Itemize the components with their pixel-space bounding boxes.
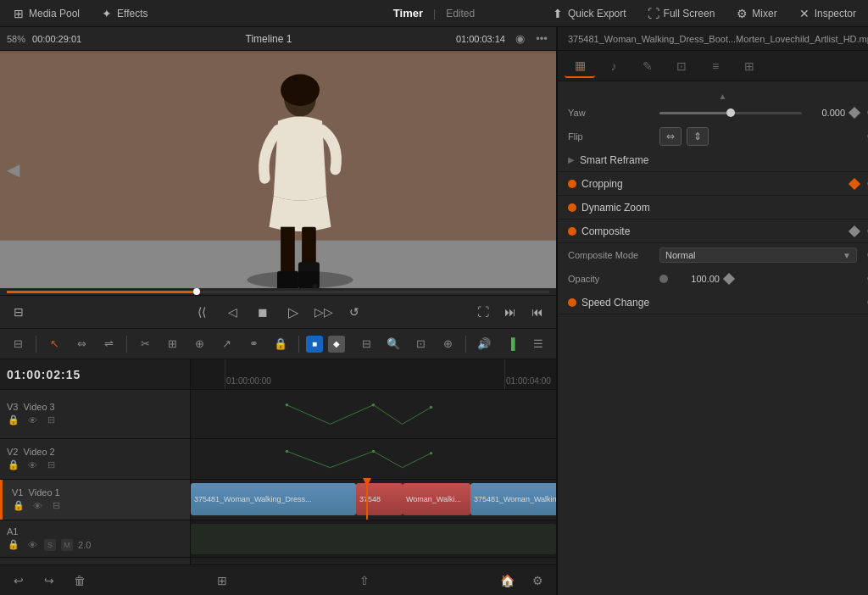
svg-point-12 — [248, 271, 353, 288]
composite-keyframe-button[interactable] — [849, 225, 860, 236]
flip-vertical-button[interactable]: ⇕ — [687, 127, 709, 146]
speed-change-reset-button[interactable]: ↺ — [864, 296, 868, 309]
zoom-fit-button[interactable]: ⊡ — [409, 333, 431, 355]
inspector-tab-audio[interactable]: ♪ — [598, 54, 629, 78]
track-v3-eye[interactable]: 👁 — [25, 414, 39, 427]
track-v3-controls: 🔒 👁 ⊟ — [7, 414, 183, 427]
track-a1-lock[interactable]: 🔒 — [7, 538, 20, 552]
color-wheel-icon[interactable]: ◉ — [512, 31, 527, 47]
svg-rect-3 — [0, 51, 556, 53]
yaw-keyframe-button[interactable] — [849, 107, 860, 119]
cropping-keyframe-button[interactable] — [849, 177, 860, 189]
speed-change-dot — [568, 298, 576, 307]
track-v1-clip[interactable]: ⊟ — [49, 499, 63, 513]
progress-handle[interactable] — [193, 288, 200, 295]
composite-reset-button[interactable]: ↺ — [864, 225, 868, 238]
flip-reset-button[interactable]: ↺ — [864, 130, 868, 143]
opacity-keyframe-button[interactable] — [723, 273, 735, 285]
lock-button[interactable]: 🔒 — [270, 333, 292, 355]
track-v3-clip[interactable]: ⊟ — [44, 414, 58, 427]
media-pool-button[interactable]: ⊞ Media Pool — [7, 5, 85, 22]
track-a1-eye[interactable]: 👁 — [25, 538, 39, 552]
dynamic-trim-button[interactable]: ⇌ — [97, 333, 120, 355]
inspector-tab-metadata[interactable]: ⊞ — [734, 54, 765, 78]
clip-v1-2[interactable]: 37548 — [356, 483, 403, 515]
skip-to-end-button[interactable]: ⏭ — [498, 300, 522, 324]
yaw-reset-button[interactable]: ↺ — [864, 106, 868, 120]
more-options-button[interactable]: ☰ — [527, 333, 549, 355]
settings-button[interactable]: ⚙ — [526, 569, 549, 592]
undo-button[interactable]: ↩ — [7, 569, 31, 592]
composite-mode-label: Composite Mode — [568, 250, 653, 260]
track-v2-clip[interactable]: ⊟ — [44, 459, 58, 472]
clip-v1-1[interactable]: 375481_Woman_Walking_Dress... — [191, 483, 356, 515]
motion-curves-v3 — [191, 390, 556, 438]
smart-reframe-chevron[interactable]: ▶ — [568, 155, 575, 164]
playhead[interactable] — [366, 480, 368, 520]
composite-mode-row: Composite Mode Normal ▼ ↺ — [558, 243, 868, 267]
quick-export-button[interactable]: ⬆ Quick Export — [546, 5, 632, 22]
composite-mode-select[interactable]: Normal ▼ — [659, 247, 857, 263]
track-v1-eye[interactable]: 👁 — [31, 499, 44, 513]
full-screen-button[interactable]: ⛶ Full Screen — [642, 5, 721, 22]
skip-to-start-button[interactable]: ⏮ — [526, 300, 549, 324]
preview-progress-bar[interactable] — [0, 288, 556, 295]
inspector-label: Inspector — [815, 8, 856, 19]
composite-button[interactable]: ⊕ — [188, 333, 210, 355]
track-v1-lock[interactable]: 🔒 — [12, 499, 25, 513]
smooth-button[interactable]: ↗ — [215, 333, 237, 355]
track-a1-m[interactable]: M — [61, 539, 73, 551]
track-v3-lock[interactable]: 🔒 — [7, 414, 20, 427]
track-v2-lock[interactable]: 🔒 — [7, 459, 20, 472]
yaw-slider-handle[interactable] — [726, 108, 735, 117]
loop-button[interactable]: ↺ — [342, 300, 366, 324]
mark-button[interactable]: ◆ — [328, 336, 345, 353]
inspector-tab-caption[interactable]: ≡ — [700, 54, 731, 78]
delete-button[interactable]: 🗑 — [68, 569, 92, 592]
layout-toggle-button[interactable]: ⊟ — [7, 300, 31, 324]
zoom-in-button[interactable]: ⊕ — [437, 333, 459, 355]
inspector-tab-transition[interactable]: ⊡ — [666, 54, 697, 78]
progress-track[interactable] — [7, 291, 549, 293]
skip-forward-button[interactable]: ▷▷ — [312, 300, 336, 324]
step-back-button[interactable]: ◁ — [220, 300, 244, 324]
play-button[interactable]: ▷ — [281, 300, 305, 324]
track-a1-s[interactable]: S — [44, 539, 56, 551]
clip-v1-4[interactable]: 375481_Woman_Walking_Dress_Boots_By_Mort… — [470, 483, 556, 515]
yaw-slider[interactable] — [659, 112, 802, 114]
select-tool-button[interactable]: ↖ — [43, 333, 65, 355]
redo-button[interactable]: ↪ — [37, 569, 61, 592]
mixer-button[interactable]: ⚙ Mixer — [730, 5, 782, 22]
effects-button[interactable]: ✦ Effects — [95, 5, 153, 22]
trim-edit-button[interactable]: ⇔ — [70, 333, 92, 355]
inspector-button[interactable]: ✕ Inspector — [793, 5, 861, 22]
camera-button[interactable]: ⊟ — [355, 333, 377, 355]
left-panel: 58% 00:00:29:01 Timeline 1 01:00:03:14 ◉… — [0, 27, 557, 595]
track-v2-eye[interactable]: 👁 — [25, 459, 39, 472]
zoom-out-button[interactable]: 🔍 — [382, 333, 404, 355]
full-screen-preview-button[interactable]: ⛶ — [471, 300, 495, 324]
flag-blue-button[interactable]: ■ — [306, 336, 323, 353]
audio-mute-button[interactable]: 🔊 — [473, 333, 495, 355]
inspector-tab-effects[interactable]: ✎ — [632, 54, 663, 78]
opacity-reset-button[interactable]: ↺ — [864, 272, 868, 286]
more-options-icon[interactable]: ••• — [534, 31, 549, 47]
stop-button[interactable]: ◼ — [251, 300, 275, 324]
link-button[interactable]: ⚭ — [242, 333, 264, 355]
flip-horizontal-button[interactable]: ⇔ — [659, 127, 682, 146]
layout-button[interactable]: ⊞ — [210, 569, 234, 592]
clip-v1-3-inner: Woman_Walki... — [403, 483, 470, 515]
track-layout-button[interactable]: ⊟ — [7, 333, 29, 355]
inspector-tab-video[interactable]: ▦ — [565, 54, 595, 78]
composite-mode-reset-button[interactable]: ↺ — [864, 248, 868, 262]
audio-level-button[interactable]: ▐ — [500, 333, 522, 355]
share-button[interactable]: ⇧ — [353, 569, 376, 592]
multi-cam-button[interactable]: ⊞ — [161, 333, 183, 355]
blade-button[interactable]: ✂ — [134, 333, 156, 355]
composite-dot — [568, 227, 576, 236]
clip-v1-3[interactable]: Woman_Walki... — [403, 483, 470, 515]
home-button[interactable]: 🏠 — [495, 569, 519, 592]
skip-backward-button[interactable]: ⟨⟨ — [190, 300, 214, 324]
prev-frame-button[interactable]: ◀ — [7, 159, 19, 180]
cropping-reset-button[interactable]: ↺ — [864, 177, 868, 191]
